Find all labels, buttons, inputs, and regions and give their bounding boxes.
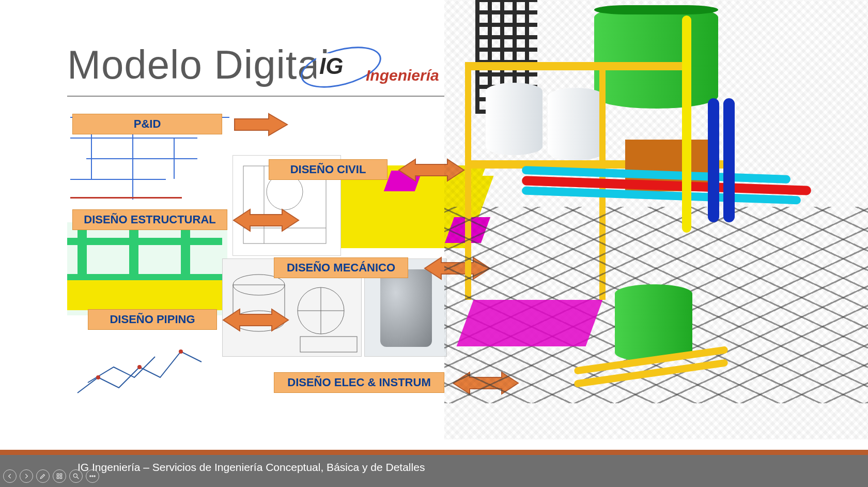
pen-tool-button[interactable] bbox=[36, 469, 50, 483]
svg-point-26 bbox=[90, 476, 91, 477]
footer-bar: IG Ingeniería – Servicios de Ingeniería … bbox=[0, 450, 868, 487]
presenter-controls bbox=[3, 469, 99, 483]
prev-slide-button[interactable] bbox=[3, 469, 17, 483]
plant-3d-model bbox=[444, 0, 868, 439]
svg-rect-13 bbox=[300, 337, 357, 352]
structural-illustration bbox=[67, 222, 227, 315]
svg-point-17 bbox=[179, 349, 183, 354]
label-elec: DISEÑO ELEC & INSTRUM bbox=[274, 372, 444, 393]
svg-marker-18 bbox=[223, 309, 288, 331]
svg-point-15 bbox=[96, 375, 100, 379]
arrow-right-icon bbox=[233, 113, 289, 136]
arrow-double-icon bbox=[233, 208, 300, 232]
label-pid: P&ID bbox=[72, 114, 222, 134]
svg-point-27 bbox=[92, 476, 93, 477]
logo-ingenieria-text: Ingeniería bbox=[366, 67, 439, 84]
svg-point-24 bbox=[73, 474, 77, 477]
piping-illustration bbox=[67, 321, 217, 403]
slide-grid-button[interactable] bbox=[53, 469, 66, 483]
svg-point-28 bbox=[94, 476, 95, 477]
content-area: P&ID DISEÑO CIVIL bbox=[67, 103, 491, 414]
more-button[interactable] bbox=[86, 469, 99, 483]
svg-marker-0 bbox=[235, 114, 287, 135]
label-structural: DISEÑO ESTRUCTURAL bbox=[72, 209, 227, 230]
arrow-double-icon bbox=[222, 308, 289, 332]
next-slide-button[interactable] bbox=[20, 469, 33, 483]
slide-title: Modelo Digital bbox=[67, 41, 330, 88]
svg-rect-22 bbox=[57, 477, 59, 479]
svg-line-25 bbox=[77, 477, 79, 479]
svg-rect-20 bbox=[57, 474, 59, 476]
label-mechanical: DISEÑO MECÁNICO bbox=[274, 257, 408, 278]
label-piping: DISEÑO PIPING bbox=[88, 309, 217, 330]
footer-text: IG Ingeniería – Servicios de Ingeniería … bbox=[78, 461, 425, 474]
slide: Modelo Digital IG Ingeniería P&ID bbox=[0, 0, 868, 487]
company-logo: IG Ingeniería bbox=[300, 44, 444, 90]
svg-point-16 bbox=[137, 365, 142, 369]
svg-rect-23 bbox=[60, 477, 62, 479]
zoom-button[interactable] bbox=[69, 469, 83, 483]
logo-ig-text: IG bbox=[316, 53, 346, 79]
svg-rect-21 bbox=[60, 474, 62, 476]
svg-marker-6 bbox=[234, 209, 299, 231]
label-civil: DISEÑO CIVIL bbox=[269, 159, 388, 180]
title-divider bbox=[67, 96, 444, 97]
